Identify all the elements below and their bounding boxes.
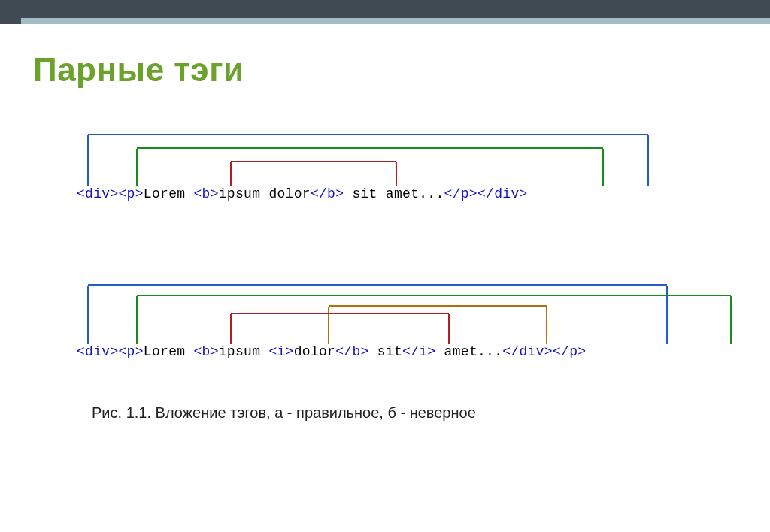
text-dolor: dolor bbox=[294, 344, 336, 359]
text-ipsum: ipsum bbox=[219, 344, 269, 359]
diagram-incorrect: <div><p>Lorem <b>ipsum <i>dolor</b> sit<… bbox=[77, 284, 701, 359]
text-sit: sit bbox=[369, 344, 402, 359]
tag-b-close: </b> bbox=[311, 186, 344, 201]
tag-i-open: <i> bbox=[268, 344, 293, 359]
tag-p-close: </p> bbox=[553, 344, 586, 359]
tag-p-open: <p> bbox=[119, 186, 144, 201]
tag-div-open: <div> bbox=[77, 344, 119, 359]
tag-b-close: </b> bbox=[335, 344, 368, 359]
text-amet: amet... bbox=[435, 344, 502, 359]
tag-div-close: </div> bbox=[477, 186, 528, 201]
brackets-incorrect bbox=[77, 284, 701, 344]
diagram-correct: <div><p>Lorem <b>ipsum dolor</b> sit ame… bbox=[77, 134, 701, 201]
tag-div-open: <div> bbox=[77, 186, 119, 201]
tag-i-close: </i> bbox=[402, 344, 435, 359]
bracket-p bbox=[137, 295, 731, 296]
bracket-div bbox=[88, 284, 667, 286]
tag-p-close: </p> bbox=[444, 186, 477, 201]
tag-b-open: <b> bbox=[193, 344, 218, 359]
title-bar bbox=[0, 0, 770, 18]
bracket-i bbox=[329, 305, 547, 307]
text-sit-amet: sit amet... bbox=[344, 186, 444, 201]
bracket-b bbox=[231, 161, 396, 162]
code-line-2: <div><p>Lorem <b>ipsum <i>dolor</b> sit<… bbox=[77, 344, 701, 359]
bracket-p bbox=[137, 147, 603, 149]
bracket-div bbox=[88, 134, 648, 135]
title-accent bbox=[0, 18, 770, 24]
figure-caption: Рис. 1.1. Вложение тэгов, а - правильное… bbox=[92, 404, 761, 422]
slide-body: Парные тэги <div><p>Lorem <b>ipsum dolor… bbox=[9, 30, 761, 524]
text-ipsum-dolor: ipsum dolor bbox=[219, 186, 311, 201]
tag-p-open: <p> bbox=[119, 344, 144, 359]
text-lorem: Lorem bbox=[144, 344, 194, 359]
text-lorem: Lorem bbox=[144, 186, 194, 201]
tag-div-close: </div> bbox=[502, 344, 553, 359]
tag-b-open: <b> bbox=[193, 186, 218, 201]
bracket-b bbox=[231, 313, 449, 314]
page-title: Парные тэги bbox=[33, 51, 761, 89]
brackets-correct bbox=[77, 134, 701, 186]
code-line-1: <div><p>Lorem <b>ipsum dolor</b> sit ame… bbox=[77, 186, 701, 201]
